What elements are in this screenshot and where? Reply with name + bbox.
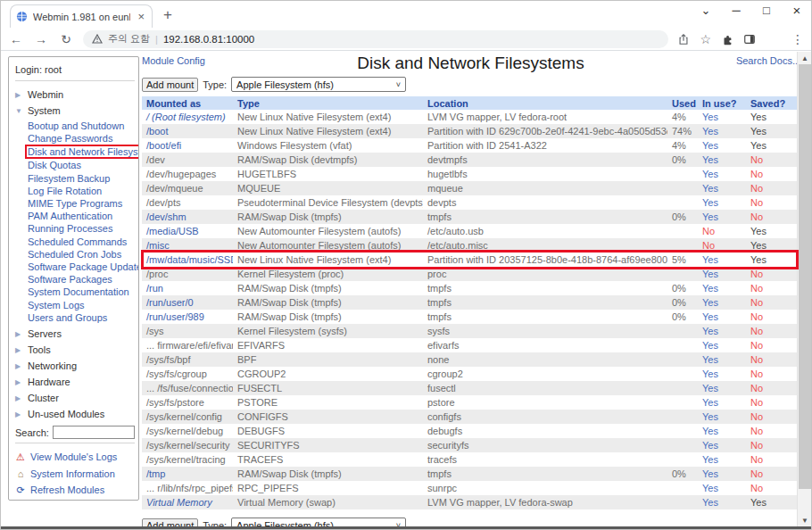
side-panel-icon[interactable] [743,33,756,46]
sidebar-category-cluster[interactable]: ▶Cluster [15,390,135,406]
type-cell: RPC_PIPEFS [233,483,423,493]
location-cell: tmpfs [423,311,667,322]
sidebar-item-bootup-and-shutdown[interactable]: Bootup and Shutdown [28,120,135,132]
location-cell: tracefs [423,454,667,465]
address-bar[interactable]: 주의 요함 | 192.168.0.81:10000 [83,30,668,48]
sidebar-item-log-file-rotation[interactable]: Log File Rotation [28,185,135,197]
mounted-as-cell[interactable]: /media/USB [142,226,233,236]
sidebar-category-system[interactable]: ▼System [15,103,135,119]
reload-icon[interactable]: ↻ [58,32,74,46]
add-mount-button-top[interactable]: Add mount [142,78,198,92]
filesystem-type-select-bottom[interactable]: Apple Filesystem (hfs)˅ [231,518,406,526]
sidebar-category-servers[interactable]: ▶Servers [15,326,135,342]
saved-cell: No [746,169,798,179]
mounted-as-cell[interactable]: /boot/efi [142,140,233,151]
table-row: ... firmware/efi/efivarsEFIVARFSefivarfs… [142,338,798,352]
sidebar-item-scheduled-commands[interactable]: Scheduled Commands [28,236,135,248]
sidebar-category-webmin[interactable]: ▶Webmin [15,87,135,103]
window-maximize-icon[interactable]: □ [759,4,774,17]
profile-avatar[interactable]: D [766,31,782,47]
window-chevron-icon[interactable]: ⌄ [699,4,713,17]
in-use-cell: Yes [698,297,746,308]
mounted-as-cell[interactable]: /misc [142,240,233,251]
sidebar-item-disk-quotas[interactable]: Disk Quotas [28,159,135,171]
mounted-as-cell[interactable]: /dev/shm [142,211,233,222]
filesystem-type-select-top[interactable]: Apple Filesystem (hfs)˅ [231,77,406,92]
sidebar-item-mime-type-programs[interactable]: MIME Type Programs [28,197,135,210]
back-icon[interactable]: ← [8,32,24,46]
bookmark-star-icon[interactable]: ☆ [700,32,711,46]
triangle-right-icon: ▶ [15,330,22,338]
sidebar-link-system-information[interactable]: ⌂System Information [15,466,135,483]
sidebar-category-tools[interactable]: ▶Tools [15,342,135,358]
extensions-icon[interactable] [721,33,733,46]
window-minimize-icon[interactable]: ─ [729,4,743,17]
mounted-as-cell: /sys/fs/bpf [142,354,233,365]
sidebar-item-filesystem-backup[interactable]: Filesystem Backup [28,172,135,185]
mounted-as-cell[interactable]: /mw/data/music/SSD [142,254,233,265]
sidebar-item-change-passwords[interactable]: Change Passwords [28,132,135,145]
mounted-as-cell[interactable]: /run/user/0 [142,297,233,308]
column-header: Type [233,98,423,109]
location-cell: none [423,354,667,365]
table-row: ... /fs/fuse/connectionsFUSECTLfusectlYe… [142,381,798,395]
sidebar-item-system-documentation[interactable]: System Documentation [28,286,135,298]
in-use-cell: Yes [698,197,746,208]
forward-icon[interactable]: → [33,32,49,46]
sidebar-category-hardware[interactable]: ▶Hardware [15,374,135,390]
window-close-icon[interactable]: × [790,3,804,18]
mounted-as-cell[interactable]: /boot [142,126,233,137]
search-docs-link[interactable]: Search Docs.. [736,55,798,66]
sidebar-item-scheduled-cron-jobs[interactable]: Scheduled Cron Jobs [28,248,135,261]
sidebar-item-software-packages[interactable]: Software Packages [28,273,135,286]
saved-cell: No [746,440,798,451]
triangle-down-icon: ▼ [15,107,22,115]
sidebar-link-logout[interactable]: ◉Logout [15,499,135,501]
used-cell: 0% [667,283,698,294]
mounted-as-cell[interactable]: /tmp [142,468,233,479]
share-icon[interactable] [677,33,690,46]
type-cell: New Automounter Filesystem (autofs) [233,240,423,251]
triangle-right-icon: ▶ [15,378,22,386]
mounted-as-cell[interactable]: / (Root filesystem) [142,112,233,122]
sidebar-item-pam-authentication[interactable]: PAM Authentication [28,210,135,222]
scrollbar-up-icon[interactable]: ▲ [798,52,811,64]
sidebar-footer: ⚠View Module's Logs⌂System Information⟳R… [15,449,135,501]
mounted-as-cell[interactable]: Virtual Memory [142,497,233,508]
vertical-scrollbar[interactable]: ▲ ▼ [797,52,811,526]
menu-kebab-icon[interactable]: ⋮ [791,32,804,46]
type-cell: CGROUP2 [233,369,423,379]
add-mount-button-bottom[interactable]: Add mount [142,518,198,527]
sidebar-divider-2 [15,443,135,443]
tab-close-icon[interactable]: × [136,10,146,23]
sidebar-item-running-processes[interactable]: Running Processes [28,222,135,235]
sidebar-link-refresh-modules[interactable]: ⟳Refresh Modules [15,482,135,499]
column-header: Used [667,98,698,109]
location-cell: proc [423,269,667,279]
new-tab-button[interactable]: + [163,6,172,24]
saved-cell: No [746,468,798,479]
mounted-as-cell[interactable]: /run [142,283,233,294]
module-config-link[interactable]: Module Config [142,55,205,66]
sidebar-item-software-package-updates[interactable]: Software Package Updates [28,261,135,273]
type-cell: MQUEUE [233,183,423,194]
sidebar-item-disk-and-network-filesystems[interactable]: Disk and Network Filesystems [28,145,135,159]
sidebar-item-system-logs[interactable]: System Logs [28,299,135,311]
sidebar-item-users-and-groups[interactable]: Users and Groups [28,311,135,324]
type-cell: HUGETLBFS [233,169,423,179]
table-row: ... r/lib/nfs/rpc_pipefsRPC_PIPEFSsunrpc… [142,481,798,495]
scrollbar-thumb[interactable] [799,64,811,489]
browser-window: Webmin 1.981 on eunhasu (Fed × + ⌄ ─ □ ×… [0,0,812,530]
sidebar-category-networking[interactable]: ▶Networking [15,358,135,374]
sidebar-link-view-module-s-logs[interactable]: ⚠View Module's Logs [15,449,135,466]
mounted-as-cell: /sys/kernel/debug [142,426,233,436]
in-use-cell: Yes [698,468,746,479]
search-input[interactable] [53,426,135,439]
location-cell: LVM VG mapper, LV fedora-root [423,112,667,122]
sidebar-category-un-used-modules[interactable]: ▶Un-used Modules [15,406,135,422]
saved-cell: Yes [746,126,798,137]
in-use-cell: No [698,226,746,236]
browser-tab[interactable]: Webmin 1.981 on eunhasu (Fed × [10,4,153,28]
mounted-as-cell[interactable]: /run/user/989 [142,311,233,322]
scrollbar-down-icon[interactable]: ▼ [798,514,811,526]
